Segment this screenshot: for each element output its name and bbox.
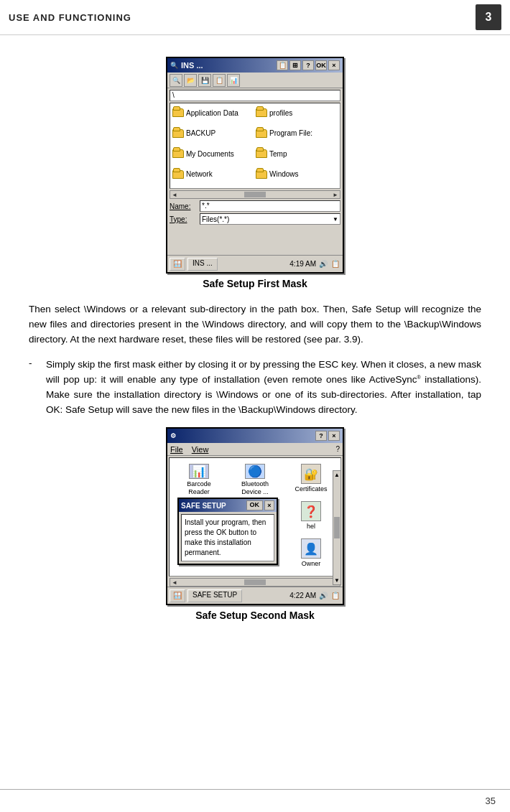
path-text: \ [172, 91, 175, 99]
ok-button[interactable]: OK [315, 60, 327, 70]
icon-certificates[interactable]: 🔐 Certificates [283, 461, 339, 498]
second-start-button[interactable]: 🪟 [170, 589, 185, 602]
second-screenshot-wrap: ⚙ ? × File View ? 📊 BarcodeRead [29, 427, 481, 621]
owner-icon: 👤 [301, 538, 321, 559]
barcode-label: BarcodeReader [187, 480, 211, 496]
popup-close-button[interactable]: × [264, 500, 274, 510]
first-dialog: 🔍 INS ... 📋 ⊞ ? OK × 🔍 📂 💾 📋 📊 [166, 57, 344, 274]
folder-icon-temp [256, 149, 267, 158]
second-h-scrollbar[interactable]: ◄ ► [170, 578, 340, 587]
folder-icon-btn[interactable]: 📂 [184, 74, 197, 87]
scroll-thumb[interactable] [244, 192, 266, 197]
first-titlebar: 🔍 INS ... 📋 ⊞ ? OK × [167, 58, 343, 73]
file-label-temp: Temp [269, 150, 287, 158]
second-taskbar-app-button[interactable]: SAFE SETUP [187, 589, 242, 602]
bullet-text-1: Simply skip the first mask either by clo… [46, 358, 481, 418]
second-scroll-left[interactable]: ◄ [172, 579, 177, 586]
close-button[interactable]: × [328, 60, 340, 70]
file-label-profiles: profiles [269, 109, 292, 117]
menu-file[interactable]: File [170, 445, 183, 454]
name-value: *.* [202, 202, 210, 210]
settings-icon: ⚙ [170, 432, 176, 439]
menubar: File View ? [167, 443, 343, 456]
folder-icon-profiles [256, 108, 267, 117]
scroll-right-arrow[interactable]: ► [333, 192, 338, 198]
safe-setup-popup: SAFE SETUP OK × Install your program, th… [177, 498, 278, 565]
scroll-up-arrow[interactable]: ▲ [334, 472, 340, 478]
select-arrow-icon: ▼ [333, 216, 338, 223]
second-close-button[interactable]: × [328, 431, 340, 441]
start-button[interactable]: 🪟 [170, 258, 185, 271]
page-number: 35 [486, 795, 496, 806]
file-item-temp[interactable]: Temp [256, 146, 338, 161]
file-item-network[interactable]: Network [172, 167, 254, 182]
taskbar-time: 4:19 AM [289, 260, 316, 268]
taskbar-app-button[interactable]: INS ... [187, 258, 218, 271]
v-scroll-thumb[interactable] [334, 517, 340, 538]
help-button[interactable]: ? [302, 60, 314, 70]
type-row: Type: Files(*.*) ▼ [170, 213, 340, 225]
maximize-button[interactable]: ⊞ [289, 60, 301, 70]
file-item-profiles[interactable]: profiles [256, 106, 338, 120]
icon-bluetooth[interactable]: 🔵 BluetoothDevice ... [227, 461, 283, 498]
file-item-backup[interactable]: BACKUP [172, 126, 254, 141]
second-titlebar-left: ⚙ [170, 432, 176, 439]
body-text-1: Then select \Windows or a relevant sub-d… [29, 302, 481, 347]
scroll-left-arrow[interactable]: ◄ [172, 192, 177, 198]
name-input[interactable]: *.* [200, 200, 340, 212]
start-logo: 🪟 [173, 260, 182, 268]
certificates-label: Certificates [295, 485, 327, 493]
path-bar[interactable]: \ [170, 90, 340, 101]
folder-icon-mydocs [172, 149, 184, 158]
chapter-badge: 3 [476, 4, 501, 30]
second-dialog: ⚙ ? × File View ? 📊 BarcodeRead [166, 427, 344, 605]
bluetooth-label: BluetoothDevice ... [241, 480, 269, 496]
icon-barcode-reader[interactable]: 📊 BarcodeReader [171, 461, 227, 498]
file-label-windows: Windows [269, 170, 299, 178]
dialog-inner: 📊 BarcodeReader 🔵 BluetoothDevice ... 🔐 … [167, 457, 343, 577]
file-label-network: Network [186, 170, 213, 178]
hel-icon: ❓ [301, 501, 321, 521]
popup-ok-button[interactable]: OK [246, 500, 264, 510]
folder-icon-windows [256, 170, 267, 179]
empty-area [167, 226, 343, 255]
popup-body: Install your program, then press the OK … [181, 514, 274, 561]
name-label: Name: [170, 202, 197, 210]
titlebar-buttons: 📋 ⊞ ? OK × [277, 60, 340, 70]
file-item-mydocs[interactable]: My Documents [172, 146, 254, 161]
page-content: 🔍 INS ... 📋 ⊞ ? OK × 🔍 📂 💾 📋 📊 [0, 35, 510, 648]
menu-help[interactable]: ? [335, 445, 340, 453]
file-item-windows[interactable]: Windows [256, 167, 338, 182]
v-scrollbar[interactable]: ▲ ▼ [333, 470, 341, 585]
minimize-button[interactable]: 📋 [277, 60, 288, 70]
file-label-mydocs: My Documents [186, 150, 234, 158]
folder-icon-programfiles [256, 129, 267, 138]
first-toolbar: 🔍 📂 💾 📋 📊 [167, 73, 343, 88]
menu-view[interactable]: View [192, 445, 209, 454]
owner-label: Owner [302, 560, 321, 567]
popup-buttons: OK × [246, 500, 275, 510]
search-icon[interactable]: 🔍 [170, 74, 182, 87]
file-item-appdata[interactable]: Application Data [172, 106, 254, 120]
second-titlebar-buttons: ? × [315, 431, 340, 441]
second-taskbar: 🪟 SAFE SETUP 4:22 AM 🔊 📋 [167, 587, 343, 604]
file-item-programfiles[interactable]: Program File: [256, 126, 338, 141]
bluetooth-icon: 🔵 [245, 464, 265, 479]
file-label-programfiles: Program File: [269, 129, 312, 137]
icon-hel[interactable]: ❓ hel [283, 498, 339, 536]
icon-owner[interactable]: 👤 Owner [283, 536, 339, 573]
h-scrollbar[interactable]: ◄ ► [170, 190, 340, 199]
second-scroll-thumb[interactable] [244, 579, 266, 585]
grid-icon[interactable]: 📋 [213, 74, 226, 87]
list-icon[interactable]: 📊 [227, 74, 240, 87]
second-help-button[interactable]: ? [315, 431, 327, 441]
barcode-icon: 📊 [189, 464, 209, 479]
save-icon[interactable]: 💾 [198, 74, 211, 87]
type-select[interactable]: Files(*.*) ▼ [200, 213, 340, 225]
bullet-dash: - [29, 358, 46, 368]
certificates-icon: 🔐 [301, 464, 321, 484]
tray-icon-2: 📋 [330, 259, 340, 269]
second-tray-icon-1: 🔊 [318, 591, 328, 601]
popup-titlebar: SAFE SETUP OK × [179, 499, 277, 512]
scroll-down-arrow[interactable]: ▼ [334, 577, 340, 584]
